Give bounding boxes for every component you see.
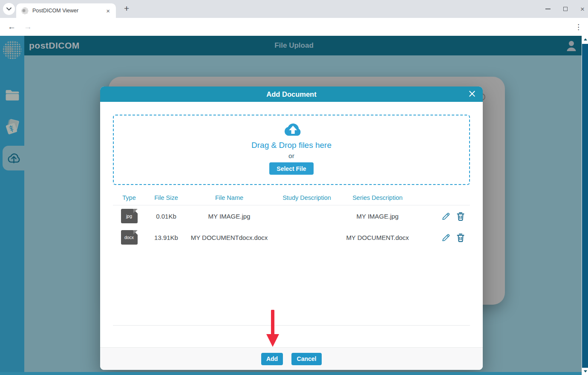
file-type-badge: docx bbox=[121, 230, 138, 245]
file-table: Type File Size File Name Study Descripti… bbox=[113, 190, 470, 326]
col-header-file-name: File Name bbox=[187, 194, 271, 201]
col-header-type: Type bbox=[113, 194, 145, 201]
chevron-down-icon bbox=[6, 7, 12, 11]
delete-button[interactable] bbox=[456, 211, 465, 221]
dropzone-heading: Drag & Drop files here bbox=[251, 141, 331, 150]
scroll-up-button[interactable] bbox=[582, 36, 588, 43]
trash-icon bbox=[456, 211, 465, 221]
new-tab-button[interactable]: + bbox=[121, 3, 133, 14]
window-close-button[interactable]: × bbox=[580, 6, 585, 13]
tab-search-chevron-button[interactable] bbox=[3, 3, 15, 15]
sidebar bbox=[0, 36, 24, 375]
col-header-study-description: Study Description bbox=[271, 194, 342, 201]
col-header-series-description: Series Description bbox=[342, 194, 413, 201]
app-logo-text: postDICOM bbox=[29, 40, 80, 51]
pencil-icon bbox=[441, 233, 451, 242]
sidebar-item-folders[interactable] bbox=[0, 89, 24, 101]
cloud-upload-filled-icon bbox=[279, 121, 304, 139]
postdicom-favicon bbox=[21, 7, 29, 14]
back-button[interactable]: ← bbox=[8, 22, 16, 32]
file-size-cell: 0.01Kb bbox=[145, 213, 187, 220]
delete-button[interactable] bbox=[456, 233, 465, 242]
scroll-down-button[interactable] bbox=[582, 368, 588, 375]
vertical-scrollbar-thumb[interactable] bbox=[582, 44, 588, 369]
cloud-upload-icon bbox=[6, 151, 21, 165]
user-account-icon[interactable] bbox=[566, 40, 577, 52]
browser-tab-strip: PostDICOM Viewer × + × bbox=[0, 0, 588, 18]
window-controls: × bbox=[545, 0, 585, 18]
postdicom-logo-icon bbox=[3, 39, 22, 61]
horizontal-scrollbar-thumb[interactable] bbox=[0, 372, 582, 375]
modal-footer: Add Cancel bbox=[100, 347, 483, 370]
edit-button[interactable] bbox=[441, 233, 451, 242]
tab-title: PostDICOM Viewer bbox=[32, 8, 104, 14]
app-header: File Upload postDICOM bbox=[0, 36, 588, 55]
add-document-modal: Add Document Drag & Drop files here or S… bbox=[100, 87, 483, 370]
file-size-cell: 13.91Kb bbox=[145, 234, 187, 241]
triangle-down-icon bbox=[584, 370, 587, 372]
file-type-badge: jpg bbox=[121, 209, 138, 223]
select-file-button[interactable]: Select File bbox=[269, 162, 313, 175]
pencil-icon bbox=[441, 211, 451, 221]
window-minimize-button[interactable] bbox=[545, 9, 551, 9]
triangle-up-icon bbox=[584, 38, 587, 40]
edit-button[interactable] bbox=[441, 211, 451, 221]
page-title: File Upload bbox=[0, 41, 588, 50]
file-name-cell: MY IMAGE.jpg bbox=[187, 213, 271, 220]
table-header-row: Type File Size File Name Study Descripti… bbox=[113, 190, 470, 205]
cancel-button[interactable]: Cancel bbox=[291, 353, 322, 365]
browser-toolbar: ← → germany.postdicom.com/Viewer/Main Gu… bbox=[0, 18, 588, 36]
series-description-cell: MY IMAGE.jpg bbox=[342, 213, 413, 220]
modal-header: Add Document bbox=[100, 87, 483, 102]
red-annotation-arrow bbox=[265, 309, 280, 348]
series-description-cell: MY DOCUMENT.docx bbox=[342, 234, 413, 241]
browser-menu-button[interactable]: ⋮ bbox=[575, 23, 582, 32]
folder-icon bbox=[5, 89, 20, 101]
sidebar-item-studies[interactable] bbox=[0, 118, 24, 135]
table-row: docx 13.91Kb MY DOCUMENTdocx.docx MY DOC… bbox=[113, 227, 470, 248]
xray-images-icon bbox=[4, 118, 21, 135]
dropzone[interactable]: Drag & Drop files here or Select File bbox=[113, 115, 470, 185]
screen: PostDICOM Viewer × + × ← → germany.postd… bbox=[0, 0, 588, 375]
file-name-cell: MY DOCUMENTdocx.docx bbox=[187, 234, 271, 241]
modal-title: Add Document bbox=[266, 90, 316, 98]
table-row: jpg 0.01Kb MY IMAGE.jpg MY IMAGE.jpg bbox=[113, 205, 470, 227]
close-icon[interactable] bbox=[467, 89, 477, 98]
window-maximize-button[interactable] bbox=[563, 7, 568, 11]
tab-close-icon[interactable]: × bbox=[104, 7, 112, 14]
add-button[interactable]: Add bbox=[261, 353, 283, 365]
forward-button[interactable]: → bbox=[24, 22, 32, 32]
browser-tab[interactable]: PostDICOM Viewer × bbox=[16, 3, 116, 18]
trash-icon bbox=[456, 233, 465, 242]
sidebar-item-file-upload-active[interactable] bbox=[3, 146, 24, 170]
vertical-scrollbar[interactable] bbox=[582, 36, 588, 375]
dropzone-separator: or bbox=[288, 152, 294, 160]
col-header-file-size: File Size bbox=[145, 194, 187, 201]
